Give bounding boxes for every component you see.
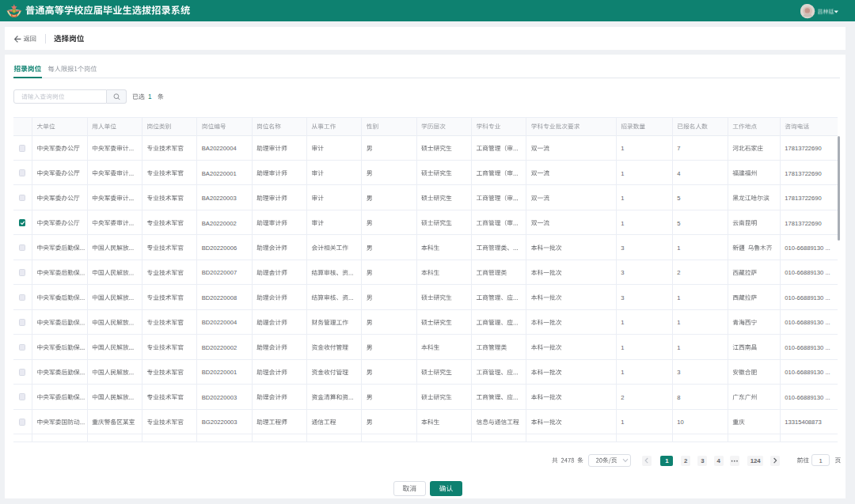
svg-text:1: 1	[677, 344, 680, 351]
svg-text:1: 1	[621, 195, 624, 202]
svg-text:BD20220004: BD20220004	[202, 319, 237, 326]
svg-text:1: 1	[621, 220, 624, 227]
svg-text:8: 8	[677, 394, 680, 401]
svg-text:BG20220003: BG20220003	[202, 419, 238, 426]
svg-text:1: 1	[677, 294, 680, 301]
svg-text:5: 5	[677, 195, 680, 202]
svg-text:7: 7	[677, 145, 680, 152]
svg-text:BA20220004: BA20220004	[202, 145, 237, 152]
svg-text:BA20220002: BA20220002	[202, 220, 237, 227]
svg-text:124: 124	[750, 457, 762, 464]
svg-text:1: 1	[677, 244, 680, 252]
svg-text:17813722690: 17813722690	[785, 220, 821, 227]
svg-text:2: 2	[684, 457, 688, 464]
svg-text:BD20220006: BD20220006	[202, 244, 237, 252]
svg-text:17813722690: 17813722690	[785, 170, 821, 177]
svg-text:1: 1	[621, 344, 624, 351]
svg-text:BA20220003: BA20220003	[202, 195, 237, 202]
svg-text:2: 2	[677, 269, 680, 276]
svg-text:1: 1	[621, 319, 624, 326]
svg-text:1: 1	[621, 170, 624, 177]
svg-text:BD20220008: BD20220008	[202, 294, 237, 301]
svg-text:010-66889130 ...: 010-66889130 ...	[785, 344, 830, 351]
svg-text:1: 1	[621, 369, 624, 376]
svg-text:010-66889130 ...: 010-66889130 ...	[785, 244, 830, 252]
svg-text:010-66889130 ...: 010-66889130 ...	[785, 269, 830, 276]
svg-text:10: 10	[677, 419, 683, 426]
svg-text:3: 3	[677, 369, 680, 376]
svg-text:4: 4	[717, 457, 721, 464]
svg-text:3: 3	[621, 269, 624, 276]
svg-text:1: 1	[677, 319, 680, 326]
svg-text:1: 1	[621, 145, 624, 152]
svg-text:4: 4	[677, 170, 680, 177]
svg-text:BD20220003: BD20220003	[202, 394, 237, 401]
svg-text:010-66889130 ...: 010-66889130 ...	[785, 319, 830, 326]
svg-text:010-66889130 ...: 010-66889130 ...	[785, 369, 830, 376]
svg-text:3: 3	[621, 244, 624, 252]
svg-text:010-66889130 ...: 010-66889130 ...	[785, 294, 830, 301]
svg-text:1: 1	[148, 93, 152, 100]
svg-text:BA20220001: BA20220001	[202, 170, 237, 177]
svg-text:010-66889130 ...: 010-66889130 ...	[785, 394, 830, 401]
svg-text:3: 3	[701, 457, 705, 464]
svg-text:BD20220001: BD20220001	[202, 369, 237, 376]
svg-text:BD20220007: BD20220007	[202, 269, 237, 276]
svg-text:1: 1	[621, 419, 624, 426]
svg-text:BD20220002: BD20220002	[202, 344, 237, 351]
svg-text:1: 1	[665, 457, 669, 464]
svg-text:17813722690: 17813722690	[785, 195, 821, 202]
svg-text:17813722690: 17813722690	[785, 145, 821, 152]
svg-text:5: 5	[677, 220, 680, 227]
svg-text:2: 2	[621, 394, 624, 401]
svg-text:13315408873: 13315408873	[785, 419, 821, 426]
svg-text:1: 1	[819, 457, 823, 464]
svg-text:3: 3	[621, 294, 624, 301]
